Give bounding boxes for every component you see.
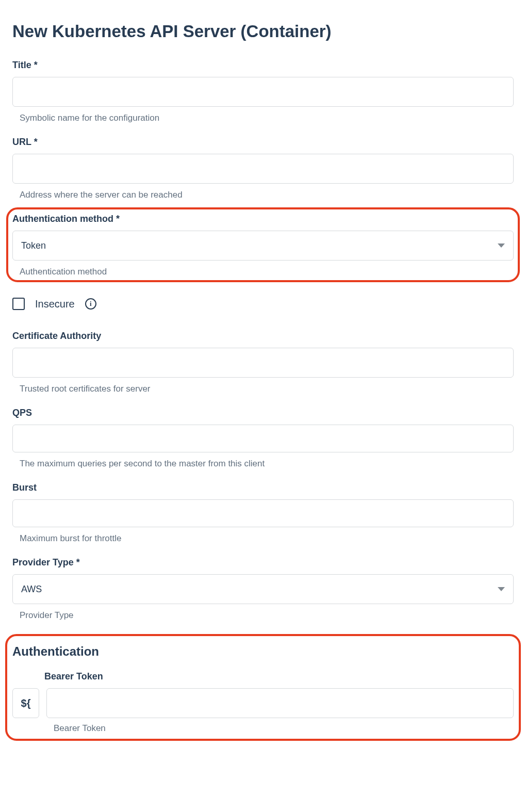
insecure-row: Insecure i (12, 298, 514, 310)
auth-method-label: Authentication method * (12, 214, 514, 224)
page-title: New Kubernetes API Server (Container) (12, 22, 514, 41)
title-label: Title * (12, 60, 514, 71)
provider-type-field: Provider Type * AWS Provider Type (12, 557, 514, 621)
insecure-label: Insecure (35, 298, 75, 310)
cert-authority-field: Certificate Authority Trusted root certi… (12, 331, 514, 394)
qps-helper: The maximum queries per second to the ma… (20, 459, 514, 469)
url-field: URL * Address where the server can be re… (12, 137, 514, 200)
provider-type-helper: Provider Type (20, 610, 514, 621)
auth-method-select[interactable]: Token (12, 231, 514, 261)
burst-input[interactable] (12, 499, 514, 527)
title-input[interactable] (12, 77, 514, 107)
qps-label: QPS (12, 408, 514, 418)
insecure-checkbox[interactable] (12, 298, 25, 310)
cert-authority-input[interactable] (12, 348, 514, 378)
title-field: Title * Symbolic name for the configurat… (12, 60, 514, 123)
burst-label: Burst (12, 482, 514, 493)
authentication-title: Authentication (12, 644, 514, 659)
provider-type-label: Provider Type * (12, 557, 514, 568)
url-input[interactable] (12, 154, 514, 184)
bearer-token-label: Bearer Token (44, 671, 514, 682)
authentication-highlight: Authentication Bearer Token ${ Bearer To… (5, 634, 521, 741)
variable-prefix-button[interactable]: ${ (12, 688, 39, 718)
bearer-token-helper: Bearer Token (54, 723, 514, 734)
auth-method-value: Token (21, 240, 46, 251)
provider-type-select[interactable]: AWS (12, 574, 514, 604)
cert-authority-helper: Trusted root certificates for server (20, 384, 514, 394)
title-helper: Symbolic name for the configuration (20, 113, 514, 123)
caret-down-icon (498, 243, 505, 248)
bearer-token-field: Bearer Token ${ Bearer Token (12, 671, 514, 734)
cert-authority-label: Certificate Authority (12, 331, 514, 342)
bearer-token-input[interactable] (46, 688, 514, 718)
url-helper: Address where the server can be reached (20, 190, 514, 200)
auth-method-highlight: Authentication method * Token Authentica… (6, 207, 520, 282)
qps-field: QPS The maximum queries per second to th… (12, 408, 514, 469)
url-label: URL * (12, 137, 514, 148)
provider-type-value: AWS (21, 584, 42, 595)
burst-helper: Maximum burst for throttle (20, 533, 514, 544)
info-icon[interactable]: i (85, 298, 96, 310)
auth-method-helper: Authentication method (20, 267, 514, 277)
qps-input[interactable] (12, 425, 514, 452)
burst-field: Burst Maximum burst for throttle (12, 482, 514, 544)
auth-method-field: Authentication method * Token Authentica… (12, 214, 514, 277)
caret-down-icon (498, 587, 505, 591)
